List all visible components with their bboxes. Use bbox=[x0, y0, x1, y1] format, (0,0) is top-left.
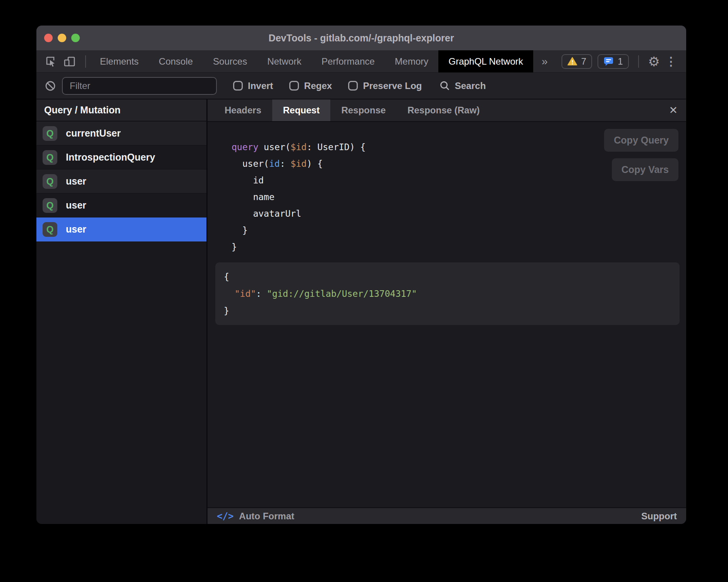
close-window-button[interactable] bbox=[44, 34, 53, 42]
search-label: Search bbox=[455, 80, 486, 91]
more-tabs-icon[interactable]: » bbox=[533, 50, 556, 72]
query-type-icon: Q bbox=[43, 198, 57, 213]
tab-headers[interactable]: Headers bbox=[214, 99, 272, 121]
detail-panel: Headers Request Response Response (Raw) … bbox=[208, 99, 686, 524]
invert-checkbox[interactable] bbox=[233, 81, 243, 91]
tab-performance[interactable]: Performance bbox=[311, 50, 385, 72]
invert-label: Invert bbox=[248, 80, 273, 91]
code-tag-icon: </> bbox=[217, 511, 234, 522]
devtools-toolbar: Elements Console Sources Network Perform… bbox=[36, 50, 686, 73]
request-view: Copy Query Copy Vars query user($id: Use… bbox=[208, 122, 686, 507]
query-type-icon: Q bbox=[43, 150, 57, 165]
warnings-badge[interactable]: 7 bbox=[561, 54, 592, 69]
query-type-icon: Q bbox=[43, 174, 57, 189]
title-bar: DevTools - gitlab.com/-/graphql-explorer bbox=[36, 26, 686, 50]
panel-tabs: Elements Console Sources Network Perform… bbox=[90, 50, 533, 72]
maximize-window-button[interactable] bbox=[71, 34, 80, 42]
list-item-user-selected[interactable]: Q user bbox=[36, 217, 206, 241]
tab-memory[interactable]: Memory bbox=[385, 50, 439, 72]
query-variables-box: { "id": "gid://gitlab/User/13704317"} bbox=[215, 262, 680, 325]
invert-checkbox-group[interactable]: Invert bbox=[233, 80, 273, 91]
tab-request[interactable]: Request bbox=[272, 99, 331, 121]
window-title: DevTools - gitlab.com/-/graphql-explorer bbox=[269, 33, 454, 44]
preserve-log-checkbox-group[interactable]: Preserve Log bbox=[348, 80, 422, 91]
list-item-currentuser[interactable]: Q currentUser bbox=[36, 122, 206, 146]
tab-console[interactable]: Console bbox=[149, 50, 203, 72]
message-count: 1 bbox=[618, 56, 623, 67]
toolbar-separator bbox=[638, 55, 639, 68]
support-link[interactable]: Support bbox=[641, 511, 677, 522]
auto-format-button[interactable]: Auto Format bbox=[239, 511, 294, 522]
tab-graphql-network[interactable]: GraphQL Network bbox=[438, 50, 533, 72]
tab-response[interactable]: Response bbox=[330, 99, 397, 121]
detail-footer: </> Auto Format Support bbox=[208, 507, 686, 524]
list-item-label: user bbox=[66, 200, 86, 211]
warning-count: 7 bbox=[581, 56, 586, 67]
copy-query-button[interactable]: Copy Query bbox=[604, 129, 678, 152]
list-item-introspectionquery[interactable]: Q IntrospectionQuery bbox=[36, 146, 206, 169]
copy-button-group: Copy Query Copy Vars bbox=[604, 129, 678, 181]
search-control[interactable]: Search bbox=[440, 80, 486, 91]
filter-bar: Invert Regex Preserve Log Search bbox=[36, 73, 686, 99]
issues-badge[interactable]: 1 bbox=[598, 54, 628, 69]
toolbar-left-icons bbox=[36, 50, 81, 72]
overflow-menu-icon[interactable]: ⋮ bbox=[665, 55, 677, 68]
list-item-user-1[interactable]: Q user bbox=[36, 169, 206, 193]
clear-filter-icon[interactable] bbox=[45, 80, 56, 91]
warning-icon bbox=[567, 57, 577, 66]
query-type-icon: Q bbox=[43, 126, 57, 141]
search-icon bbox=[440, 80, 450, 91]
toolbar-separator bbox=[85, 55, 86, 68]
regex-checkbox[interactable] bbox=[289, 81, 299, 91]
close-icon[interactable]: ✕ bbox=[669, 99, 678, 121]
detail-tab-bar: Headers Request Response Response (Raw) … bbox=[208, 99, 686, 122]
regex-checkbox-group[interactable]: Regex bbox=[289, 80, 332, 91]
list-item-label: user bbox=[66, 224, 86, 235]
devtools-window: DevTools - gitlab.com/-/graphql-explorer… bbox=[36, 26, 686, 524]
tab-response-raw[interactable]: Response (Raw) bbox=[397, 99, 491, 121]
preserve-log-checkbox[interactable] bbox=[348, 81, 358, 91]
tab-network[interactable]: Network bbox=[257, 50, 311, 72]
device-toolbar-icon[interactable] bbox=[62, 54, 77, 69]
list-item-label: currentUser bbox=[66, 128, 121, 139]
copy-vars-button[interactable]: Copy Vars bbox=[612, 158, 678, 181]
regex-label: Regex bbox=[304, 80, 332, 91]
sidebar-header: Query / Mutation bbox=[36, 99, 206, 122]
minimize-window-button[interactable] bbox=[58, 34, 66, 42]
content-area: Query / Mutation Q currentUser Q Introsp… bbox=[36, 99, 686, 524]
traffic-lights bbox=[44, 26, 80, 50]
inspect-element-icon[interactable] bbox=[43, 54, 59, 69]
list-item-label: IntrospectionQuery bbox=[66, 152, 155, 163]
gear-icon[interactable]: ⚙ bbox=[648, 55, 660, 68]
query-list-sidebar: Query / Mutation Q currentUser Q Introsp… bbox=[36, 99, 208, 524]
toolbar-right: 7 1 ⚙ ⋮ bbox=[561, 50, 686, 72]
list-item-user-2[interactable]: Q user bbox=[36, 193, 206, 217]
list-item-label: user bbox=[66, 176, 86, 187]
message-icon bbox=[603, 56, 614, 66]
filter-input[interactable] bbox=[62, 77, 217, 95]
tab-elements[interactable]: Elements bbox=[90, 50, 149, 72]
preserve-log-label: Preserve Log bbox=[363, 80, 422, 91]
tab-sources[interactable]: Sources bbox=[203, 50, 257, 72]
query-type-icon: Q bbox=[43, 222, 57, 237]
